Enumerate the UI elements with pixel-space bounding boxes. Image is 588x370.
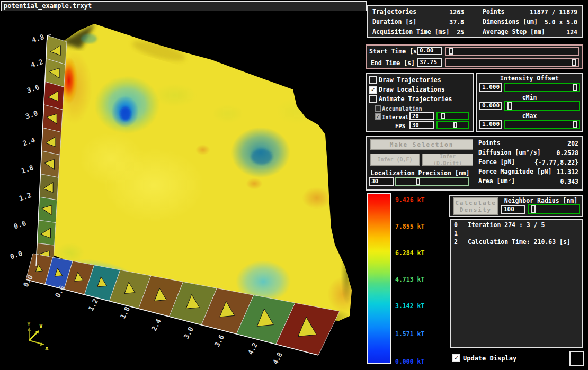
selection-panel: Make Selection Infer (D,F) Infer (D,Drif… [366, 136, 583, 191]
end-time-input[interactable]: 37.75 [417, 58, 442, 67]
end-time-label: End Time [s] [369, 60, 415, 67]
interval-slider-handle[interactable] [441, 113, 445, 119]
y-tick: 1.2 [18, 191, 32, 203]
accumulation-checkbox[interactable] [375, 105, 381, 112]
y-tick: 0.0 [9, 249, 23, 261]
cmin-slider-handle[interactable] [507, 102, 512, 110]
potential-surface-3d-view[interactable]: 4.8 4.2 3.6 3.0 2.4 1.8 1.2 0.6 0.0 0.0 … [0, 0, 366, 370]
axes-orientation-gizmo: Y V x [27, 321, 49, 351]
intensity-offset-label: Intensity Offset [477, 75, 582, 82]
colorbar-label: 4.713 kT [395, 276, 424, 283]
x-tick: 1.2 [87, 297, 100, 312]
start-time-slider[interactable] [445, 47, 579, 56]
intensity-offset-slider-handle[interactable] [573, 84, 577, 91]
stat-label: Acquisition Time [ms] [372, 29, 449, 35]
log-line: 0Iteration 274 : 3 / 5 [454, 221, 582, 229]
log-line: 1 [454, 230, 582, 237]
y-tick: 3.0 [24, 109, 39, 121]
update-display-label: Update Display [463, 355, 516, 362]
draw-trajectories-checkbox[interactable] [369, 76, 377, 84]
accumulation-label: Accumulation [382, 105, 422, 112]
interval-input[interactable]: 20 [409, 112, 434, 120]
colorbar-label: 1.571 kT [395, 330, 424, 338]
cmin-label: cMin [477, 94, 582, 101]
area-value: 0.343 [560, 178, 578, 185]
points-label: Points [478, 140, 501, 147]
y-tick: 1.8 [20, 164, 34, 175]
localization-precision-slider-handle[interactable] [416, 178, 420, 185]
log-line-text: Iteration 274 : 3 / 5 [468, 221, 545, 229]
stat-label: Duration [s] [372, 19, 416, 25]
cmax-label: cMax [477, 113, 582, 120]
cmax-input[interactable]: 1.000 [479, 120, 502, 129]
localization-precision-label: Localization Precision [nm] [367, 170, 473, 177]
fps-label: FPS [395, 123, 405, 130]
cmin-input[interactable]: 0.000 [479, 102, 502, 110]
log-line-text: Calculation Time: 210.63 [s] [468, 238, 571, 246]
end-time-slider[interactable] [445, 58, 579, 67]
interval-slider[interactable] [436, 112, 469, 120]
x-tick: 3.0 [182, 326, 195, 340]
draw-localizations-checkbox[interactable] [369, 86, 377, 94]
calculate-density-button[interactable]: Calculate Density [453, 197, 498, 215]
force-value: {-7.77,8.22} [534, 159, 578, 166]
window-title: potential_example.trxyt [1, 1, 367, 11]
localization-precision-input[interactable]: 30 [369, 177, 394, 186]
localization-precision-slider[interactable] [395, 177, 469, 186]
fps-input[interactable]: 30 [409, 121, 434, 129]
fps-slider[interactable] [436, 121, 469, 129]
neighbor-radius-slider[interactable] [528, 204, 580, 214]
gizmo-x-label: x [45, 345, 49, 351]
stat-value: 37.8 [449, 19, 464, 26]
cmax-slider[interactable] [504, 120, 580, 129]
application-window: 4.8 4.2 3.6 3.0 2.4 1.8 1.2 0.6 0.0 0.0 … [0, 0, 588, 370]
y-tick: 4.2 [30, 58, 44, 69]
intensity-offset-slider[interactable] [504, 83, 580, 92]
end-time-slider-handle[interactable] [572, 59, 576, 66]
stat-value: 1263 [449, 8, 464, 16]
y-tick: 3.6 [26, 83, 40, 95]
stat-value: 124 [566, 29, 577, 36]
x-tick: 1.8 [119, 305, 131, 320]
log-line-number: 0 [454, 221, 468, 229]
force-magnitude-value: 11.312 [556, 168, 578, 176]
cmin-slider[interactable] [504, 101, 580, 111]
x-tick: 4.2 [246, 341, 259, 356]
interval-checkbox[interactable] [375, 113, 381, 120]
gizmo-y-label: Y [27, 321, 31, 328]
infer-ddrift-button[interactable]: Infer (D,Drift) [422, 154, 473, 166]
fps-slider-handle[interactable] [453, 122, 457, 128]
colorbar-label: 7.855 kT [395, 223, 424, 230]
corner-widget-box [569, 351, 584, 366]
density-panel: Calculate Density Neighbor Radius [nm] 1… [449, 195, 583, 217]
intensity-offset-input[interactable]: 1.000 [479, 83, 502, 92]
stat-label: Dimensions [um] [483, 19, 538, 25]
update-display-checkbox[interactable] [452, 354, 460, 362]
start-time-input[interactable]: 0.00 [417, 47, 442, 55]
x-tick: 4.8 [271, 351, 284, 366]
interval-label: Interval [382, 114, 409, 121]
force-magnitude-label: Force Magnitude [pN] [478, 168, 551, 175]
draw-trajectories-label: Draw Trajectories [379, 77, 441, 84]
force-label: Force [pN] [478, 159, 515, 166]
cmax-slider-handle[interactable] [573, 121, 577, 128]
potential-colorbar [367, 193, 391, 364]
infer-df-button[interactable]: Infer (D,F) [370, 154, 420, 166]
diffusion-label: Diffusion [um²/s] [478, 149, 541, 156]
start-time-slider-handle[interactable] [449, 48, 453, 55]
calculate-density-line1: Calculate [455, 200, 496, 206]
animate-trajectories-checkbox[interactable] [369, 95, 377, 103]
stat-label: Trajectories [372, 8, 416, 15]
make-selection-button[interactable]: Make Selection [370, 139, 473, 150]
x-tick: 2.4 [150, 318, 163, 332]
stats-row: Acquisition Time [ms] 25 Average Step [n… [371, 28, 578, 38]
neighbor-radius-input[interactable]: 100 [501, 205, 525, 214]
stat-value: 25 [457, 29, 464, 36]
dataset-stats-panel: Trajectories 1263 Points 11877 / 11879 D… [367, 5, 583, 38]
stat-label: Average Step [nm] [483, 29, 545, 35]
draw-localizations-label: Draw Localizations [379, 86, 445, 93]
log-line: 2Calculation Time: 210.63 [s] [454, 238, 582, 246]
start-time-label: Start Time [s] [369, 48, 415, 55]
log-panel[interactable]: 0Iteration 274 : 3 / 5 1 2Calculation Ti… [450, 219, 583, 348]
neighbor-radius-slider-handle[interactable] [531, 205, 536, 213]
